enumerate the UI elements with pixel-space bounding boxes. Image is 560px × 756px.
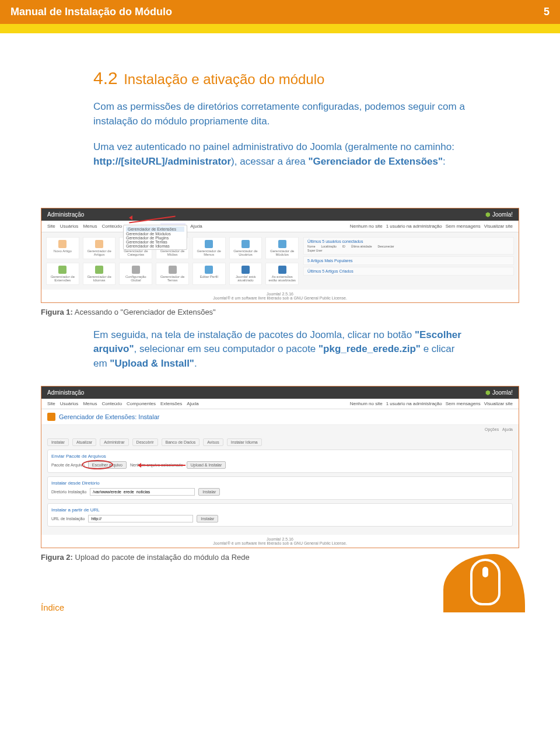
- ss2-toolbar: Opções Ajuda: [41, 425, 519, 434]
- dd-ext-manager[interactable]: Gerenciador de Extensões: [126, 227, 184, 232]
- ss1-license: Joomla!® é um software livre liberado so…: [44, 296, 516, 300]
- dd-plugin-manager[interactable]: Gerenciador de Plugins: [126, 236, 184, 240]
- status-view[interactable]: Visualizar site: [484, 401, 513, 406]
- install-url-button[interactable]: Instalar: [197, 515, 218, 522]
- menu-menus[interactable]: Menus: [83, 224, 97, 229]
- menu-site[interactable]: Site: [47, 224, 55, 229]
- tab-atualizar[interactable]: Atualizar: [72, 438, 96, 446]
- ss1-menu: Site Usuários Menus Conteúdo Componentes…: [41, 221, 519, 232]
- help-button[interactable]: Ajuda: [502, 427, 513, 431]
- t-lbl: Gerenciador de Idiomas: [85, 275, 114, 282]
- t-lbl: Editar Perfil: [200, 275, 218, 278]
- ss2-menu: Site Usuários Menus Conteúdo Componentes…: [41, 399, 519, 409]
- status-view[interactable]: Visualizar site: [484, 224, 513, 229]
- t-lbl: Configuração Global: [121, 275, 150, 282]
- sc-disc: Desconectar: [377, 245, 394, 248]
- tile-joomla-uptodate[interactable]: Joomla! está atualizado: [229, 263, 262, 285]
- dd-theme-manager[interactable]: Gerenciador de Temas: [126, 240, 184, 244]
- ss2-body: Instalar Atualizar Administrar Descobrir…: [41, 434, 519, 535]
- menu-componentes[interactable]: Componentes: [127, 401, 156, 406]
- figure-1-caption: Figura 1: Acessando o "Gerenciador de Ex…: [41, 308, 519, 316]
- ss2-title-text: Gerenciador de Extensões: Instalar: [59, 413, 159, 420]
- install-dir-button[interactable]: Instalar: [198, 488, 220, 496]
- yellow-strip: [0, 24, 560, 33]
- p2-end: :: [443, 156, 446, 167]
- tab-idioma[interactable]: Instalar Idioma: [227, 438, 262, 446]
- tab-descobrir[interactable]: Descobrir: [132, 438, 158, 446]
- p2-area: "Gerenciador de Extensões": [308, 156, 443, 167]
- status-msg: Sem mensagens: [446, 224, 481, 229]
- section-number: 4.2: [93, 68, 118, 88]
- tile-ext-uptodate[interactable]: As extensões estão atualizadas: [265, 263, 299, 285]
- joomla-logo: ⬢Joomla!: [485, 389, 513, 396]
- ss2-tabs: Instalar Atualizar Administrar Descobrir…: [47, 438, 513, 446]
- screenshot-1: Administração ⬢Joomla! Site Usuários Men…: [41, 208, 519, 303]
- t-lbl: Gerenciador de Menus: [194, 249, 224, 256]
- install-url-input[interactable]: [88, 515, 193, 522]
- fig2-label: Figura 2:: [41, 553, 73, 562]
- upload-install-button[interactable]: Upload & Instalar: [187, 461, 226, 469]
- g3-head: Instalar a partir de URL: [51, 507, 509, 513]
- menu-menus[interactable]: Menus: [83, 401, 97, 406]
- tab-avisos[interactable]: Avisos: [203, 438, 223, 446]
- status-site: Nenhum no site: [350, 224, 383, 229]
- tile-new-article[interactable]: Novo Artigo: [46, 237, 79, 259]
- tile-menu-mgr[interactable]: Gerenciador de Menus: [192, 237, 226, 259]
- t-lbl: Joomla! está atualizado: [231, 275, 261, 282]
- header-title: Manual de Instalação do Módulo: [10, 6, 172, 18]
- sp-user: Super User: [307, 249, 510, 252]
- red-arrow-annotation: [139, 465, 186, 466]
- tile-mod-mgr[interactable]: Gerenciador de Módulos: [265, 237, 299, 259]
- tile-ext-mgr[interactable]: Gerenciador de Extensões: [46, 263, 79, 285]
- menu-usuarios[interactable]: Usuários: [60, 401, 79, 406]
- tile-lang-mgr[interactable]: Gerenciador de Idiomas: [83, 263, 116, 285]
- tab-instalar[interactable]: Instalar: [47, 438, 69, 446]
- content: 4.2 Instalação e ativação do módulo Com …: [0, 33, 560, 193]
- ss1-topbar: Administração ⬢Joomla!: [41, 208, 519, 221]
- p3-b2: "pkg_rede_erede.zip": [318, 343, 421, 354]
- t-lbl: Gerenciador de Mídias: [158, 249, 187, 256]
- ss1-status-right: Nenhum no site 1 usuário na administraçã…: [350, 224, 513, 229]
- menu-conteudo[interactable]: Conteúdo: [102, 401, 122, 406]
- fig1-text: Acessando o "Gerenciador de Extensões": [73, 308, 216, 316]
- dd-lang-manager[interactable]: Gerenciador de Idiomas: [126, 244, 184, 248]
- sp-last-users: Últimos 5 usuários conectados Nome Local…: [303, 237, 514, 255]
- tile-article-mgr[interactable]: Gerenciador de Artigos: [83, 237, 116, 259]
- p3-mid: , selecionar em seu computador o pacote: [134, 343, 318, 354]
- ss1-footer: Joomla! 2.5.16 Joomla!® é um software li…: [41, 290, 519, 302]
- tab-db[interactable]: Banco de Dados: [162, 438, 200, 446]
- t-lbl: Gerenciador de Extensões: [48, 275, 78, 282]
- install-dir-input[interactable]: [90, 488, 195, 496]
- menu-ajuda[interactable]: Ajuda: [187, 401, 198, 406]
- group-install-url: Instalar a partir de URL URL de Instalaç…: [47, 503, 513, 527]
- tile-theme-mgr[interactable]: Gerenciador de Temas: [156, 263, 189, 285]
- page-number: 5: [544, 6, 550, 18]
- tile-user-mgr[interactable]: Gerenciador de Usuários: [229, 237, 262, 259]
- g2-label: Diretório Instalação: [51, 490, 86, 494]
- menu-extensoes[interactable]: Extensões: [160, 401, 182, 406]
- group-upload-package: Enviar Pacote de Arquivos Pacote de Arqu…: [47, 450, 513, 473]
- options-button[interactable]: Opções: [485, 427, 499, 431]
- section-heading: 4.2 Instalação e ativação do módulo: [93, 68, 467, 88]
- mouse-icon: [426, 542, 525, 612]
- extensions-dropdown: Gerenciador de Extensões Gerenciador de …: [123, 225, 187, 250]
- ss2-page-title: Gerenciador de Extensões: Instalar: [41, 409, 519, 425]
- brand-text: Joomla!: [492, 389, 513, 396]
- tab-administrar[interactable]: Administrar: [100, 438, 128, 446]
- joomla-logo: ⬢Joomla!: [485, 211, 513, 218]
- menu-ajuda[interactable]: Ajuda: [190, 224, 202, 229]
- t-lbl: Gerenciador de Usuários: [231, 249, 261, 256]
- p3-end: .: [194, 358, 197, 369]
- dd-mod-manager[interactable]: Gerenciador de Módulos: [126, 232, 184, 236]
- menu-site[interactable]: Site: [47, 401, 55, 406]
- tile-edit-profile[interactable]: Editar Perfil: [192, 263, 226, 285]
- sc-last: Última atividade: [351, 245, 372, 248]
- ss1-body: Novo Artigo Gerenciador de Artigos Geren…: [41, 232, 519, 290]
- paragraph-2: Uma vez autenticado no painel administra…: [93, 140, 467, 169]
- ss2-admin-label: Administração: [47, 389, 84, 396]
- tile-global-cfg[interactable]: Configuração Global: [119, 263, 152, 285]
- menu-conteudo[interactable]: Conteúdo: [102, 224, 122, 229]
- menu-usuarios[interactable]: Usuários: [60, 224, 79, 229]
- content-2: Em seguida, na tela de instalação de pac…: [0, 328, 560, 371]
- t-lbl: Novo Artigo: [54, 249, 72, 253]
